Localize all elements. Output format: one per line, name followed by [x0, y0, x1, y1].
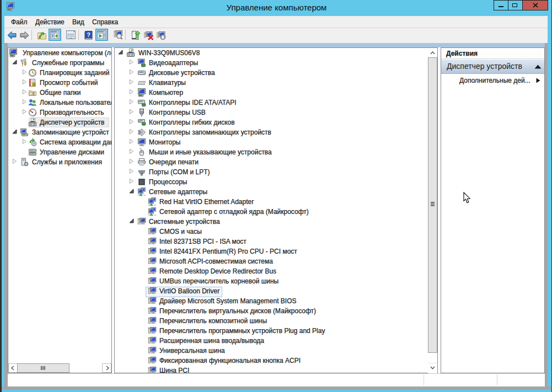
svg-text:?: ?: [87, 31, 90, 38]
